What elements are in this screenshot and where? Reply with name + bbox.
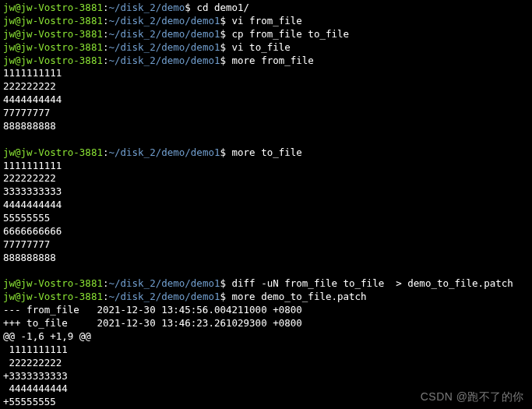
prompt-user: jw@jw-Vostro-3881 [3, 15, 103, 26]
output-line: 888888888 [3, 120, 529, 133]
patch-line: 222222222 [3, 357, 529, 370]
command-more-patch: more demo_to_file.patch [232, 291, 367, 302]
prompt-path: ~/disk_2/demo [108, 2, 185, 13]
output-line: 888888888 [3, 252, 529, 265]
output-line: 222222222 [3, 80, 529, 93]
output-line: 55555555 [3, 212, 529, 225]
prompt-dollar: $ [185, 2, 196, 13]
prompt-line: jw@jw-Vostro-3881:~/disk_2/demo/demo1$ m… [3, 146, 529, 160]
output-line: 6666666666 [3, 225, 529, 238]
prompt-line: jw@jw-Vostro-3881:~/disk_2/demo/demo1$ v… [3, 41, 529, 55]
command-vi-to: vi to_file [232, 41, 291, 53]
patch-line: 1111111111 [3, 344, 529, 357]
patch-line: +++ to_file 2021-12-30 13:46:23.26102930… [3, 317, 529, 330]
prompt-line: jw@jw-Vostro-3881:~/disk_2/demo/demo1$ m… [3, 291, 529, 304]
output-line: 1111111111 [3, 67, 529, 80]
output-line: 77777777 [3, 107, 529, 120]
prompt-line: jw@jw-Vostro-3881:~/disk_2/demo/demo1$ m… [3, 55, 529, 68]
patch-line: +3333333333 [3, 370, 529, 383]
output-line: 4444444444 [3, 199, 529, 212]
terminal[interactable]: jw@jw-Vostro-3881:~/disk_2/demo$ cd demo… [3, 2, 529, 409]
blank-line [3, 265, 529, 278]
command-cd: cd demo1/ [196, 2, 249, 13]
prompt-line: jw@jw-Vostro-3881:~/disk_2/demo/demo1$ d… [3, 277, 529, 291]
command-vi-from: vi from_file [232, 15, 302, 26]
prompt-user: jw@jw-Vostro-3881 [3, 2, 103, 13]
output-line: 77777777 [3, 238, 529, 252]
watermark: CSDN @跑不了的你 [421, 390, 524, 404]
command-diff: diff -uN from_file to_file > demo_to_fil… [232, 277, 513, 289]
prompt-line: jw@jw-Vostro-3881:~/disk_2/demo/demo1$ c… [3, 28, 529, 41]
output-line: 4444444444 [3, 93, 529, 107]
command-cp: cp from_file to_file [232, 28, 350, 40]
output-line: 222222222 [3, 172, 529, 185]
blank-line [3, 133, 529, 146]
command-more-from: more from_file [232, 55, 314, 66]
prompt-path: ~/disk_2/demo/demo1 [108, 15, 220, 26]
patch-line: --- from_file 2021-12-30 13:45:56.004211… [3, 304, 529, 317]
command-more-to: more to_file [232, 146, 302, 158]
patch-line: @@ -1,6 +1,9 @@ [3, 330, 529, 344]
prompt-line: jw@jw-Vostro-3881:~/disk_2/demo$ cd demo… [3, 2, 529, 15]
prompt-line: jw@jw-Vostro-3881:~/disk_2/demo/demo1$ v… [3, 15, 529, 28]
output-line: 1111111111 [3, 160, 529, 173]
output-line: 3333333333 [3, 185, 529, 199]
